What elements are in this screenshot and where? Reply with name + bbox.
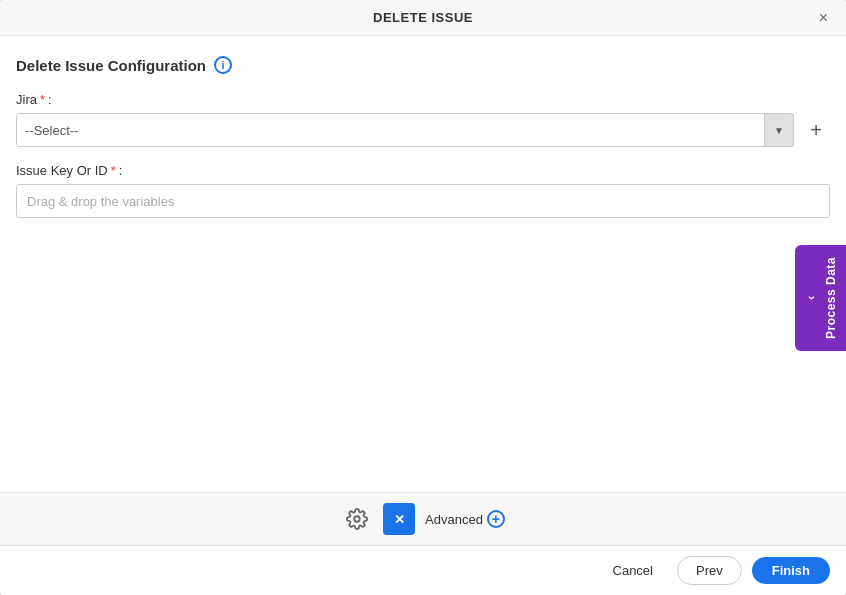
footer-center-row: ✕ Advanced +: [341, 503, 505, 535]
modal-title: DELETE ISSUE: [373, 10, 473, 25]
info-icon[interactable]: i: [214, 56, 232, 74]
gear-icon-button[interactable]: [341, 503, 373, 535]
delete-issue-modal: DELETE ISSUE × Delete Issue Configuratio…: [0, 0, 846, 595]
cancel-button[interactable]: Cancel: [599, 557, 667, 584]
jira-select[interactable]: --Select--: [16, 113, 794, 147]
modal-header: DELETE ISSUE ×: [0, 0, 846, 36]
advanced-label-row: Advanced +: [425, 510, 505, 528]
advanced-text: Advanced: [425, 512, 483, 527]
close-button[interactable]: ×: [813, 8, 834, 28]
finish-button[interactable]: Finish: [752, 557, 830, 584]
process-data-arrow: ‹: [803, 295, 818, 300]
issue-input[interactable]: Drag & drop the variables: [16, 184, 830, 218]
issue-label: Issue Key Or ID * :: [16, 163, 830, 178]
process-data-tab-button[interactable]: ‹ Process Data: [795, 244, 846, 350]
jira-add-button[interactable]: +: [802, 116, 830, 144]
advanced-footer-bar: ✕ Advanced +: [0, 492, 846, 545]
expression-icon: ✕: [394, 512, 405, 527]
process-data-label: Process Data: [824, 256, 838, 338]
svg-point-0: [354, 516, 360, 522]
jira-form-group: Jira * : --Select-- ▼ +: [16, 92, 830, 147]
jira-select-wrapper: --Select-- ▼ +: [16, 113, 830, 147]
modal-body: Delete Issue Configuration i Jira * : --…: [0, 36, 846, 492]
prev-button[interactable]: Prev: [677, 556, 742, 585]
process-data-tab-container: ‹ Process Data: [795, 244, 846, 350]
jira-required-star: *: [40, 92, 45, 107]
section-title-text: Delete Issue Configuration: [16, 57, 206, 74]
expression-button[interactable]: ✕: [383, 503, 415, 535]
jira-select-container: --Select-- ▼: [16, 113, 794, 147]
section-title-row: Delete Issue Configuration i: [16, 56, 830, 74]
issue-placeholder-text: Drag & drop the variables: [27, 194, 174, 209]
jira-label: Jira * :: [16, 92, 830, 107]
gear-icon: [346, 508, 368, 530]
issue-form-group: Issue Key Or ID * : Drag & drop the vari…: [16, 163, 830, 218]
issue-required-star: *: [111, 163, 116, 178]
action-footer: Cancel Prev Finish: [0, 545, 846, 595]
advanced-plus-button[interactable]: +: [487, 510, 505, 528]
